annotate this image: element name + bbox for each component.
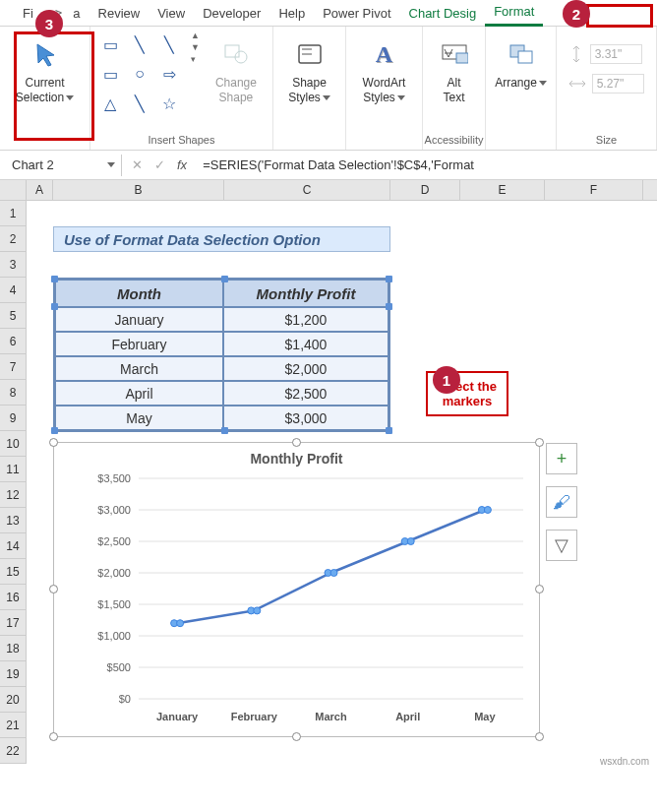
selection-handle[interactable] <box>386 276 392 282</box>
triangle-icon[interactable]: △ <box>96 90 124 117</box>
width-icon <box>568 76 586 92</box>
row-header[interactable]: 17 <box>0 610 26 636</box>
ribbon-tabs: Fi < > a Review View Developer Help Powe… <box>0 0 657 27</box>
width-input[interactable]: 5.27" <box>568 74 645 94</box>
row-header[interactable]: 11 <box>0 457 26 482</box>
tab-chart-design[interactable]: Chart Desig <box>400 1 486 26</box>
selection-handle[interactable] <box>221 276 228 282</box>
group-size: 3.31" 5.27" Size <box>557 27 657 150</box>
oval-icon[interactable]: ○ <box>126 60 153 88</box>
svg-text:$2,000: $2,000 <box>97 567 131 579</box>
formula-input[interactable]: =SERIES('Format Data Selection'!$C$4,'Fo… <box>197 157 657 172</box>
chart-resize-handle[interactable] <box>535 585 544 593</box>
textbox-icon[interactable]: ▭ <box>96 31 124 58</box>
arrange-button[interactable]: Arrange <box>491 31 552 127</box>
svg-rect-4 <box>456 53 468 63</box>
row-header[interactable]: 3 <box>0 252 26 278</box>
ribbon-body: Current Selection ▭ ╲ ╲ ▭ ○ ⇨ △ ╲ ☆ ▲▼▾ … <box>0 27 657 151</box>
chart-styles-button[interactable]: 🖌 <box>546 486 577 518</box>
col-header[interactable]: A <box>27 180 53 200</box>
chart-resize-handle[interactable] <box>535 438 544 447</box>
line-diag-icon[interactable]: ╲ <box>126 31 153 58</box>
height-icon <box>568 45 584 63</box>
col-header[interactable]: D <box>390 180 460 200</box>
fx-icon[interactable]: fx <box>177 157 187 172</box>
group-arrange: Arrange <box>486 27 557 150</box>
embedded-chart[interactable]: Monthly Profit $0$500$1,000$1,500$2,000$… <box>53 442 540 737</box>
col-header[interactable]: C <box>224 180 390 200</box>
selection-handle[interactable] <box>386 303 392 310</box>
group-label-size: Size <box>596 134 617 148</box>
tab-help[interactable]: Help <box>269 1 314 26</box>
row-header[interactable]: 19 <box>0 661 26 687</box>
row-header[interactable]: 13 <box>0 508 26 533</box>
tab-format[interactable]: Format <box>485 0 543 27</box>
row-header[interactable]: 4 <box>0 278 26 303</box>
svg-text:$3,500: $3,500 <box>97 472 131 484</box>
plus-icon: + <box>557 449 567 469</box>
group-wordart-styles: A WordArt Styles <box>346 27 423 150</box>
star-icon[interactable]: ☆ <box>155 90 183 117</box>
chart-elements-button[interactable]: + <box>546 443 577 474</box>
row-header[interactable]: 21 <box>0 713 26 738</box>
row-header[interactable]: 6 <box>0 329 26 354</box>
chart-resize-handle[interactable] <box>292 438 301 447</box>
table-cell: January <box>55 307 223 332</box>
row-header[interactable]: 10 <box>0 431 26 457</box>
row-header[interactable]: 7 <box>0 354 26 380</box>
chart-resize-handle[interactable] <box>292 732 301 741</box>
col-header[interactable]: F <box>545 180 643 200</box>
gallery-scroll[interactable]: ▲▼▾ <box>191 31 200 64</box>
chart-resize-handle[interactable] <box>49 585 58 593</box>
tab-review[interactable]: Review <box>90 1 149 26</box>
row-header[interactable]: 15 <box>0 559 26 585</box>
chart-resize-handle[interactable] <box>535 732 544 741</box>
row-header[interactable]: 5 <box>0 303 26 329</box>
shapes-gallery[interactable]: ▭ ╲ ╲ ▭ ○ ⇨ △ ╲ ☆ <box>96 31 183 117</box>
tab-view[interactable]: View <box>149 1 194 26</box>
row-header[interactable]: 8 <box>0 380 26 406</box>
col-header[interactable]: E <box>460 180 545 200</box>
row-header[interactable]: 16 <box>0 585 26 610</box>
arrow-icon[interactable]: ⇨ <box>155 60 183 88</box>
cancel-formula-icon[interactable]: ✕ <box>132 157 143 172</box>
selection-handle[interactable] <box>51 276 58 282</box>
row-header[interactable]: 2 <box>0 226 26 252</box>
row-header[interactable]: 22 <box>0 738 26 764</box>
chart-plot-area[interactable]: $0$500$1,000$1,500$2,000$2,500$3,000$3,5… <box>54 443 539 736</box>
tab-a[interactable]: a <box>64 1 89 26</box>
change-shape-icon <box>223 43 249 65</box>
selection-handle[interactable] <box>51 427 58 434</box>
shape-styles-button[interactable]: Shape Styles <box>272 31 347 127</box>
selection-handle[interactable] <box>51 303 58 310</box>
alt-text-icon <box>441 43 468 65</box>
svg-text:April: April <box>395 711 420 722</box>
alt-text-button[interactable]: Alt Text <box>428 31 481 127</box>
selection-handle[interactable] <box>386 427 392 434</box>
rect-icon[interactable]: ▭ <box>96 60 124 88</box>
row-header[interactable]: 14 <box>0 533 26 559</box>
tab-powerpivot[interactable]: Power Pivot <box>314 1 399 26</box>
chart-filter-button[interactable]: ▽ <box>546 530 577 561</box>
selection-handle[interactable] <box>221 427 228 434</box>
cell-area[interactable]: Use of Format Data Selection Option Mont… <box>27 201 657 764</box>
row-header[interactable]: 18 <box>0 636 26 661</box>
svg-text:$0: $0 <box>119 693 131 705</box>
line-icon[interactable]: ╲ <box>155 31 183 58</box>
line2-icon[interactable]: ╲ <box>126 90 153 117</box>
wordart-styles-button[interactable]: A WordArt Styles <box>347 31 422 127</box>
row-header[interactable]: 1 <box>0 201 26 226</box>
row-header[interactable]: 9 <box>0 406 26 431</box>
select-all-corner[interactable] <box>0 180 27 200</box>
enter-formula-icon[interactable]: ✓ <box>154 157 165 172</box>
row-header[interactable]: 20 <box>0 687 26 713</box>
chart-resize-handle[interactable] <box>49 732 58 741</box>
name-box[interactable]: Chart 2 <box>6 155 122 176</box>
height-input[interactable]: 3.31" <box>568 44 645 64</box>
chevron-down-icon[interactable] <box>107 162 115 167</box>
tab-developer[interactable]: Developer <box>194 1 269 26</box>
chart-resize-handle[interactable] <box>49 438 58 447</box>
row-header[interactable]: 12 <box>0 482 26 508</box>
chevron-down-icon <box>539 81 547 86</box>
col-header[interactable]: B <box>53 180 224 200</box>
